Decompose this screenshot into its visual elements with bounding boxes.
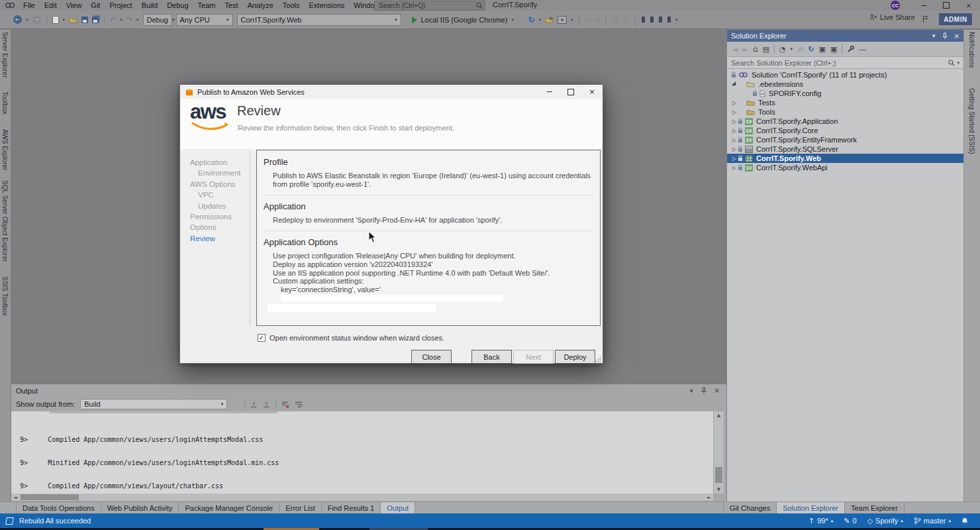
save-all-icon[interactable]	[92, 17, 99, 23]
git-repository-picker[interactable]: ◇ Sporify ▴	[867, 517, 903, 525]
menu-item-project[interactable]: Project	[105, 1, 136, 9]
expander-expanded-icon[interactable]	[732, 81, 736, 85]
output-source-dropdown[interactable]: Build ▾	[80, 399, 227, 409]
tree-item-solution[interactable]: Solution 'CorrIT.Sporify' (11 of 11 proj…	[727, 70, 963, 80]
wizard-step-environment[interactable]: Environment	[190, 168, 241, 178]
wizard-step-vpc[interactable]: VPC	[190, 189, 241, 200]
home-icon[interactable]: ⌂	[753, 44, 758, 54]
refresh-icon[interactable]: ↻	[808, 45, 814, 54]
tree-item-webapi-project[interactable]: ▷ CorrIT.Sporify.WebApi	[727, 163, 963, 172]
horizontal-scrollbar[interactable]: ◄ ►	[11, 494, 713, 501]
user-avatar[interactable]: CC	[891, 1, 900, 10]
close-button[interactable]: Close	[411, 350, 452, 364]
close-button[interactable]: ×	[957, 0, 980, 11]
admin-button[interactable]: ADMIN	[939, 13, 972, 25]
git-branch-picker[interactable]: master ▴	[914, 517, 951, 525]
output-title-bar[interactable]: Output ▾ ×	[11, 384, 726, 397]
refresh-icon[interactable]: ↻	[528, 15, 534, 25]
scrollbar-thumb[interactable]	[715, 467, 722, 483]
tab-team-explorer[interactable]: Team Explorer	[845, 502, 905, 513]
scroll-up-icon[interactable]: ▲	[714, 411, 724, 419]
dialog-maximize-button[interactable]	[560, 85, 581, 99]
expander-collapsed-icon[interactable]: ▷	[731, 146, 738, 152]
tab-sql-server-object-explorer[interactable]: SQL Server Object Explorer	[1, 180, 9, 262]
tree-item-sporify-config[interactable]: SPORIFY.config	[727, 89, 963, 98]
git-pending-edits[interactable]: ✎ 0	[844, 517, 856, 525]
properties-wrench-icon[interactable]	[847, 46, 854, 53]
tab-package-manager-console[interactable]: Package Manager Console	[179, 502, 279, 513]
expander-collapsed-icon[interactable]: ▷	[731, 109, 738, 115]
menu-item-edit[interactable]: Edit	[40, 1, 62, 9]
go-to-next-message-icon[interactable]	[263, 401, 270, 408]
new-file-icon[interactable]	[52, 16, 59, 24]
vertical-scrollbar[interactable]: ▲ ▼	[714, 411, 724, 494]
tab-solution-explorer[interactable]: Solution Explorer	[777, 502, 845, 513]
menu-item-file[interactable]: File	[19, 1, 40, 9]
tab-getting-started-ssis[interactable]: Getting Started (SSIS)	[968, 88, 975, 154]
navigate-back-dropdown-icon[interactable]: ▾	[26, 17, 28, 23]
expander-collapsed-icon[interactable]: ▷	[731, 137, 738, 143]
expander-collapsed-icon[interactable]: ▷	[731, 100, 738, 106]
tab-data-tools-operations[interactable]: Data Tools Operations	[16, 502, 101, 513]
wizard-step-application[interactable]: Application	[190, 157, 241, 168]
menu-item-git[interactable]: Git	[86, 1, 105, 9]
platform-dropdown[interactable]: Any CPU▾	[176, 14, 233, 26]
run-target-dropdown-icon[interactable]: ▾	[511, 17, 514, 23]
back-button[interactable]: Back	[471, 350, 512, 364]
wizard-step-aws-options[interactable]: AWS Options	[190, 179, 241, 189]
undo-dropdown-icon[interactable]: ▾	[120, 17, 122, 23]
close-icon[interactable]: ×	[714, 387, 720, 394]
redo-icon[interactable]: ↷	[126, 15, 132, 24]
tree-item-application-project[interactable]: ▷ CorrIT.Sporify.Application	[727, 117, 963, 126]
wizard-step-permissions[interactable]: Permissions	[190, 211, 241, 222]
run-target-label[interactable]: Local IIS (Google Chrome)	[421, 16, 508, 24]
wizard-step-review-active[interactable]: Review	[190, 233, 241, 244]
checkbox-checked-icon[interactable]: ✓	[258, 334, 266, 342]
scroll-down-icon[interactable]: ▼	[714, 486, 724, 494]
tree-item-core-project[interactable]: ▷ CorrIT.Sporify.Core	[727, 126, 963, 135]
tree-item-tests[interactable]: ▷ Tests	[727, 98, 963, 107]
clear-all-icon[interactable]	[281, 401, 289, 408]
menu-item-build[interactable]: Build	[137, 1, 162, 9]
tab-error-list[interactable]: Error List	[279, 502, 322, 513]
tree-item-tools[interactable]: ▷ Tools	[727, 107, 963, 117]
toolbar-overflow-icon[interactable]: ▾	[571, 17, 573, 23]
resize-grip[interactable]	[595, 356, 601, 362]
pending-changes-filter-icon[interactable]: ◔	[779, 45, 786, 54]
tab-toolbox[interactable]: Toolbox	[1, 91, 9, 114]
go-to-previous-message-icon[interactable]	[250, 401, 258, 408]
menu-item-team[interactable]: Team	[193, 1, 220, 9]
dialog-title-bar[interactable]: Publish to Amazon Web Services ×	[180, 85, 603, 99]
minimize-button[interactable]	[912, 0, 935, 11]
bell-icon[interactable]	[961, 517, 968, 525]
tab-web-publish-activity[interactable]: Web Publish Activity	[101, 502, 179, 513]
tab-ssis-toolbox[interactable]: SSIS Toolbox	[1, 276, 9, 316]
tab-output[interactable]: Output	[381, 502, 415, 513]
undo-icon[interactable]: ↶	[110, 15, 116, 24]
show-all-files-icon[interactable]: ▣	[830, 45, 837, 54]
menu-item-tools[interactable]: Tools	[278, 1, 305, 9]
pin-icon[interactable]	[942, 32, 948, 40]
expander-collapsed-icon[interactable]: ▷	[731, 128, 738, 134]
clear-bookmarks-icon[interactable]	[667, 17, 671, 23]
solution-explorer-search-input[interactable]: Search Solution Explorer (Ctrl+;) ▾	[727, 57, 963, 69]
refresh-dropdown-icon[interactable]: ▾	[539, 17, 542, 23]
solution-explorer-sync-icon[interactable]	[558, 16, 567, 24]
close-icon[interactable]: ×	[954, 32, 959, 40]
scrollbar-thumb[interactable]	[21, 494, 79, 500]
tab-git-changes[interactable]: Git Changes	[723, 502, 777, 513]
menu-item-debug[interactable]: Debug	[162, 1, 193, 9]
filter-dropdown-icon[interactable]: ▾	[791, 46, 793, 52]
tab-aws-explorer[interactable]: AWS Explorer	[1, 129, 9, 170]
new-file-dropdown-icon[interactable]: ▾	[63, 17, 66, 23]
restore-button[interactable]	[935, 0, 957, 11]
save-icon[interactable]	[81, 17, 88, 23]
startup-project-dropdown[interactable]: CorrIT.Sporify.Web▾	[237, 14, 401, 26]
next-bookmark-icon[interactable]	[659, 17, 662, 23]
deploy-button[interactable]: Deploy	[555, 350, 595, 364]
open-status-window-checkbox[interactable]: ✓ Open environment status window when wi…	[258, 334, 444, 342]
expander-collapsed-icon[interactable]: ▷	[731, 156, 738, 162]
bookmark-overflow-icon[interactable]: ▾	[675, 17, 678, 23]
scroll-right-icon[interactable]: ►	[705, 494, 713, 501]
tree-item-web-project-selected[interactable]: ▷ CorrIT.Sporify.Web	[727, 154, 963, 163]
